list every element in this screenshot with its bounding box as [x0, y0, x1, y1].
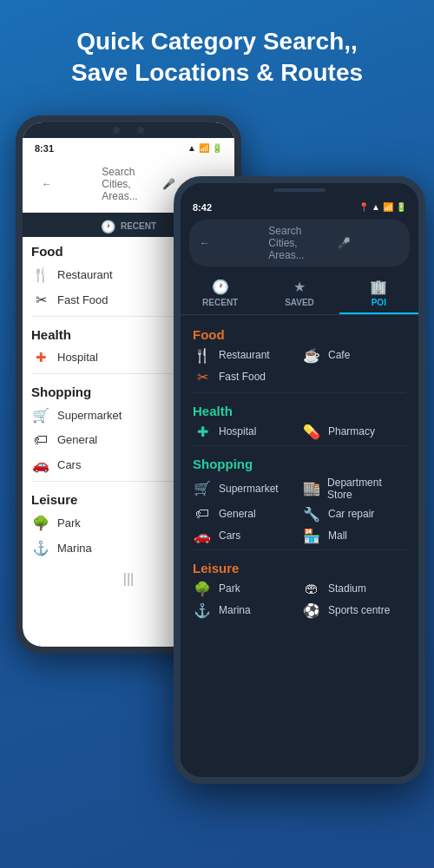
car-repair-item-front[interactable]: 🔧 Car repair [302, 506, 406, 523]
park-item-front[interactable]: 🌳 Park [193, 581, 297, 597]
supermarket-icon-front: 🛒 [193, 480, 212, 496]
search-input-front[interactable]: Search Cities, Areas... [268, 225, 330, 261]
general-item-front[interactable]: 🏷 General [193, 506, 297, 523]
notch-bar-front [273, 188, 326, 192]
marina-label-back: Marina [57, 542, 92, 555]
divider-health-shopping [193, 445, 406, 446]
signal-icon-front: 📶 [383, 202, 393, 212]
supermarket-label-front: Supermarket [219, 483, 279, 495]
dept-store-icon-front: 🏬 [302, 480, 320, 496]
back-arrow-icon-front[interactable]: ← [200, 237, 261, 249]
health-section-title-front: Health [193, 398, 406, 424]
fastfood-item-front[interactable]: ✂ Fast Food [193, 367, 406, 387]
general-icon-back: 🏷 [31, 432, 50, 448]
recent-tab-icon-front: 🕐 [212, 279, 229, 295]
back-arrow-icon[interactable]: ← [42, 178, 95, 190]
leisure-grid: 🌳 Park 🏟 Stadium ⚓ Marina ⚽ Sports centr… [193, 581, 406, 619]
restaurant-icon-front: 🍴 [193, 347, 212, 364]
header-title: Quick Category Search,,Save Locations & … [35, 26, 399, 89]
battery-icon: 🔋 [212, 143, 222, 153]
mic-icon-front[interactable]: 🎤 [338, 237, 399, 249]
cafe-icon-front: ☕ [302, 347, 321, 364]
cafe-item-front[interactable]: ☕ Cafe [302, 347, 406, 364]
marina-item-front[interactable]: ⚓ Marina [193, 602, 297, 619]
time-back: 8:31 [35, 143, 54, 154]
stadium-label-front: Stadium [328, 582, 366, 595]
pharmacy-icon-front: 💊 [302, 424, 321, 440]
general-label-back: General [57, 433, 97, 446]
poi-tab-label: POI [372, 298, 386, 307]
mall-item-front[interactable]: 🏪 Mall [302, 528, 406, 544]
supermarket-label-back: Supermarket [57, 409, 122, 422]
location-icon: 📍 [358, 202, 369, 212]
cars-label-front: Cars [219, 529, 240, 542]
front-phone-content: Food 🍴 Restaurant ☕ Cafe ✂ Fast Food Hea… [181, 315, 418, 784]
fastfood-icon-front: ✂ [193, 369, 212, 385]
supermarket-icon-back: 🛒 [31, 407, 50, 424]
tab-saved[interactable]: ★ SAVED [260, 272, 339, 314]
saved-tab-icon: ★ [293, 279, 306, 295]
status-bar-back: 8:31 ▲ 📶 🔋 [23, 138, 234, 155]
poi-tab-icon: 🏢 [370, 279, 387, 295]
supermarket-item-front[interactable]: 🛒 Supermarket [193, 477, 297, 501]
home-indicator-back: ||| [123, 571, 134, 587]
stadium-item-front[interactable]: 🏟 Stadium [302, 581, 406, 597]
camera-dot [113, 127, 120, 134]
tab-recent[interactable]: 🕐 RECENT [181, 272, 260, 314]
hospital-item-front[interactable]: ✚ Hospital [193, 424, 297, 440]
food-section-title-front: Food [193, 322, 406, 347]
park-icon-front: 🌳 [193, 581, 212, 597]
park-icon-back: 🌳 [31, 515, 50, 531]
shopping-section-title-front: Shopping [193, 451, 406, 477]
hospital-label-front: Hospital [219, 425, 256, 437]
cafe-label-front: Cafe [328, 349, 350, 361]
status-icons-back: ▲ 📶 🔋 [187, 143, 222, 153]
restaurant-item-front[interactable]: 🍴 Restaurant [193, 347, 297, 364]
cars-icon-back: 🚗 [31, 457, 50, 473]
recent-tab-label-back[interactable]: RECENT [121, 221, 156, 231]
cars-item-front[interactable]: 🚗 Cars [193, 528, 297, 544]
marina-icon-front: ⚓ [193, 602, 212, 619]
fastfood-label-front: Fast Food [219, 371, 266, 383]
stadium-icon-front: 🏟 [302, 581, 321, 596]
phones-container: 8:31 ▲ 📶 🔋 ← Search Cities, Areas... 🎤 🕐… [0, 107, 434, 784]
signal-icon: 📶 [199, 143, 209, 153]
dept-store-label-front: Department Store [327, 477, 406, 501]
cars-icon-front: 🚗 [193, 528, 212, 544]
divider-shopping-leisure [193, 549, 406, 550]
car-repair-icon-front: 🔧 [302, 506, 321, 523]
shopping-grid: 🛒 Supermarket 🏬 Department Store 🏷 Gener… [193, 477, 406, 544]
mall-label-front: Mall [328, 529, 347, 542]
wifi-icon-front: ▲ [372, 202, 380, 212]
mall-icon-front: 🏪 [302, 528, 321, 544]
tab-poi[interactable]: 🏢 POI [339, 272, 418, 314]
saved-tab-label: SAVED [285, 298, 314, 307]
pharmacy-label-front: Pharmacy [328, 425, 375, 437]
pharmacy-item-front[interactable]: 💊 Pharmacy [302, 424, 406, 440]
restaurant-label-front: Restaurant [219, 349, 270, 361]
cars-label-back: Cars [57, 458, 81, 471]
hospital-icon-front: ✚ [193, 424, 212, 440]
restaurant-label-back: Restaurant [57, 268, 113, 281]
sports-icon-front: ⚽ [302, 602, 321, 619]
search-bar-front[interactable]: ← Search Cities, Areas... 🎤 [189, 220, 410, 266]
marina-icon-back: ⚓ [31, 540, 50, 556]
recent-tab-icon-back[interactable]: 🕐 [101, 220, 115, 233]
leisure-section-title-front: Leisure [193, 556, 406, 581]
dept-store-item-front[interactable]: 🏬 Department Store [302, 477, 406, 501]
sports-item-front[interactable]: ⚽ Sports centre [302, 602, 406, 619]
search-input-back[interactable]: Search Cities, Areas... [102, 166, 155, 202]
marina-label-front: Marina [219, 604, 251, 616]
health-grid: ✚ Hospital 💊 Pharmacy [193, 424, 406, 440]
header-section: Quick Category Search,,Save Locations & … [0, 0, 434, 107]
sports-label-front: Sports centre [328, 604, 390, 616]
fastfood-icon-back: ✂ [31, 292, 50, 308]
tab-bar-front: 🕐 RECENT ★ SAVED 🏢 POI [181, 272, 418, 315]
restaurant-icon-back: 🍴 [31, 266, 50, 283]
time-front: 8:42 [193, 202, 212, 213]
recent-tab-label-front: RECENT [202, 298, 238, 307]
hospital-label-back: Hospital [57, 351, 98, 364]
food-grid: 🍴 Restaurant ☕ Cafe [193, 347, 406, 364]
hospital-icon-back: ✚ [31, 350, 50, 365]
phone-front-notch [181, 183, 418, 197]
